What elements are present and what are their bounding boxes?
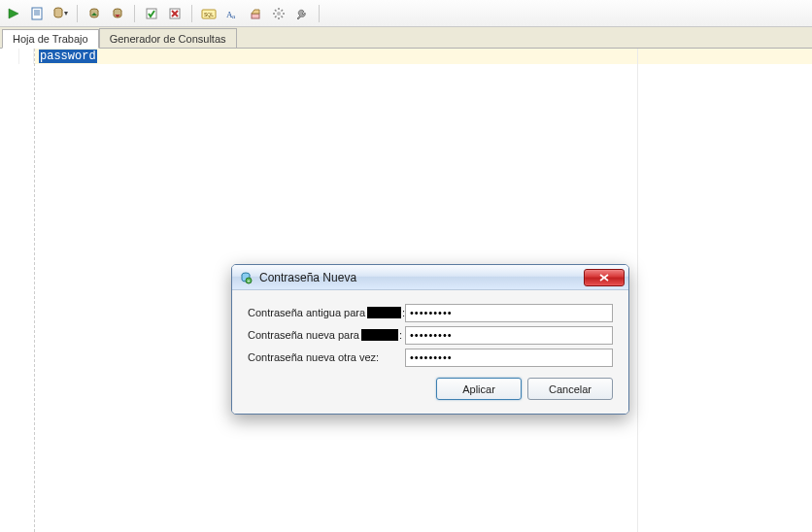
gutter <box>0 49 35 532</box>
dialog-body: Contraseña antigua para: Contraseña nuev… <box>232 290 628 414</box>
wrench-icon[interactable] <box>292 4 312 23</box>
label-repeat-password: Contraseña nueva otra vez: <box>248 351 405 363</box>
redacted-username <box>367 307 401 318</box>
sheet-icon[interactable] <box>27 4 47 23</box>
password-dialog: + Contraseña Nueva Contraseña antigua pa… <box>231 264 629 415</box>
selected-text: password <box>39 50 97 63</box>
label-new-password: Contraseña nueva para: <box>248 329 405 341</box>
svg-line-28 <box>282 10 284 12</box>
cancel-button[interactable]: Cancelar <box>527 378 613 400</box>
font-icon[interactable]: Aa <box>222 4 242 23</box>
toolbar-separator <box>319 5 320 22</box>
dialog-icon: + <box>238 270 254 285</box>
toolbar-separator <box>77 5 78 22</box>
dialog-title: Contraseña Nueva <box>259 271 584 284</box>
close-button[interactable] <box>584 269 625 286</box>
settings-icon[interactable] <box>269 4 288 23</box>
svg-text:a: a <box>232 13 236 20</box>
toolbar-separator <box>134 5 135 22</box>
redacted-username <box>361 329 398 341</box>
right-margin <box>637 49 638 532</box>
svg-point-21 <box>277 12 281 16</box>
new-password-input[interactable] <box>405 326 613 345</box>
rollback-icon[interactable] <box>165 4 185 23</box>
tab-bar: Hoja de Trabajo Generador de Consultas <box>0 27 812 49</box>
svg-line-29 <box>275 16 277 17</box>
export-icon[interactable] <box>108 4 127 23</box>
svg-line-27 <box>282 16 284 17</box>
import-icon[interactable] <box>85 4 104 23</box>
svg-text:SQL: SQL <box>204 12 214 17</box>
tab-query-builder[interactable]: Generador de Consultas <box>99 28 237 48</box>
tab-worksheet[interactable]: Hoja de Trabajo <box>2 29 99 49</box>
svg-line-26 <box>275 10 277 12</box>
old-password-input[interactable] <box>405 304 613 322</box>
toolbar: SQL Aa <box>0 0 812 27</box>
run-icon[interactable] <box>4 4 23 23</box>
toolbar-separator <box>191 5 192 22</box>
svg-marker-20 <box>252 10 259 14</box>
label-old-password: Contraseña antigua para: <box>248 307 405 318</box>
sql-icon[interactable]: SQL <box>199 4 219 23</box>
dialog-titlebar[interactable]: + Contraseña Nueva <box>232 265 628 290</box>
apply-button[interactable]: Aplicar <box>436 378 522 400</box>
repeat-password-input[interactable] <box>405 349 613 367</box>
commit-icon[interactable] <box>142 4 161 23</box>
svg-rect-1 <box>32 8 42 19</box>
svg-rect-19 <box>252 14 259 18</box>
svg-marker-0 <box>9 9 18 18</box>
db-dropdown-icon[interactable] <box>51 4 70 23</box>
svg-marker-6 <box>64 12 68 16</box>
svg-text:+: + <box>248 278 251 283</box>
clear-icon[interactable] <box>246 4 265 23</box>
